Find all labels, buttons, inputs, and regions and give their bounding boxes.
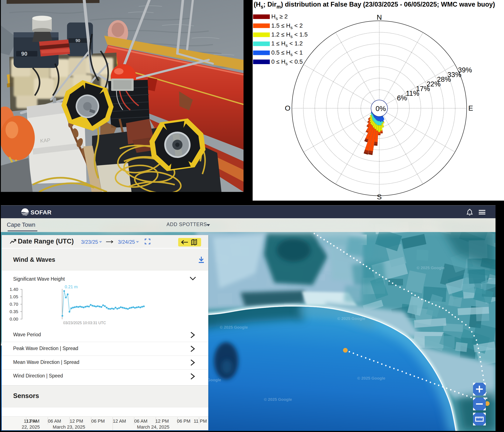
svg-text:39%: 39% bbox=[458, 66, 472, 74]
svg-text:1.5 ≤ Hs < 2: 1.5 ≤ Hs < 2 bbox=[271, 22, 303, 30]
svg-text:© 2025 Google: © 2025 Google bbox=[220, 325, 248, 330]
svg-text:90: 90 bbox=[21, 51, 27, 57]
svg-text:0.35: 0.35 bbox=[9, 309, 18, 314]
svg-text:© 2025 Google: © 2025 Google bbox=[264, 397, 292, 402]
svg-text:0.00: 0.00 bbox=[9, 317, 18, 322]
svg-text:© 2025 Google: © 2025 Google bbox=[357, 376, 385, 380]
svg-text:1.2 ≤ Hs < 1.5: 1.2 ≤ Hs < 1.5 bbox=[271, 31, 307, 39]
svg-text:0.5 ≤ Hs < 1: 0.5 ≤ Hs < 1 bbox=[271, 49, 303, 57]
svg-text:1.40: 1.40 bbox=[9, 287, 18, 292]
svg-text:N: N bbox=[377, 13, 382, 21]
svg-text:ADD SPOTTERS: ADD SPOTTERS bbox=[167, 222, 207, 227]
svg-text:1.05: 1.05 bbox=[9, 294, 18, 299]
svg-text:0.21 m: 0.21 m bbox=[65, 285, 78, 289]
svg-text:O: O bbox=[285, 104, 290, 112]
svg-text:0%: 0% bbox=[376, 104, 386, 112]
svg-text:0.70: 0.70 bbox=[9, 302, 18, 307]
svg-text:Hs ≥ 2: Hs ≥ 2 bbox=[271, 13, 288, 21]
svg-text:Cape Town: Cape Town bbox=[7, 222, 36, 228]
svg-text:© 2025 Google: © 2025 Google bbox=[337, 316, 365, 321]
svg-text:E: E bbox=[468, 104, 473, 112]
svg-text:© 2025 Google: © 2025 Google bbox=[417, 266, 445, 270]
svg-text:KAP: KAP bbox=[40, 137, 51, 144]
svg-text:6%: 6% bbox=[397, 94, 407, 102]
svg-text:90: 90 bbox=[75, 38, 80, 43]
svg-text:03/23/2025 10:03:31 UTC: 03/23/2025 10:03:31 UTC bbox=[63, 321, 106, 325]
svg-text:S: S bbox=[377, 193, 382, 201]
